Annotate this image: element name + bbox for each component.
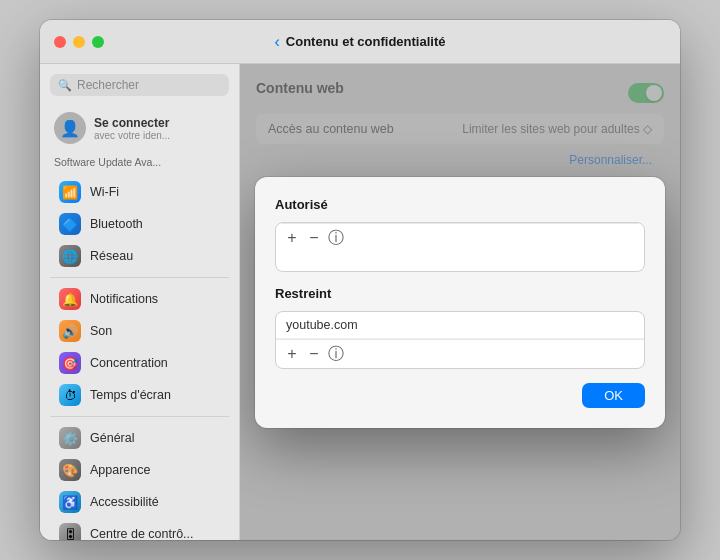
main-window: ‹ Contenu et confidentialité 🔍 Recherche… [40, 20, 680, 540]
search-placeholder: Rechercher [77, 78, 221, 92]
restricted-add-button[interactable]: + [282, 344, 302, 364]
sidebar-label-bluetooth: Bluetooth [90, 217, 143, 231]
autorised-add-button[interactable]: + [282, 228, 302, 248]
sidebar-label-centre-controle: Centre de contrô... [90, 527, 194, 540]
minimize-button[interactable] [73, 36, 85, 48]
sidebar-label-wifi: Wi-Fi [90, 185, 119, 199]
autorised-info-button[interactable]: ⓘ [326, 228, 346, 248]
page-title: Contenu et confidentialité [286, 34, 446, 49]
ok-button[interactable]: OK [582, 383, 645, 408]
sidebar-label-notifications: Notifications [90, 292, 158, 306]
sidebar-label-temps-ecran: Temps d'écran [90, 388, 171, 402]
autorised-controls: + − ⓘ [276, 223, 644, 252]
sidebar-item-bluetooth[interactable]: 🔷 Bluetooth [45, 208, 234, 240]
sidebar-label-son: Son [90, 324, 112, 338]
sidebar-label-apparence: Apparence [90, 463, 150, 477]
restricted-item-youtube[interactable]: youtube.com [276, 312, 644, 339]
sidebar-label-accessibilite: Accessibilité [90, 495, 159, 509]
modal-dialog: Autorisé + − ⓘ Restreint youtube.com + [255, 177, 665, 428]
sidebar-divider-2 [50, 416, 229, 417]
modal-overlay: Autorisé + − ⓘ Restreint youtube.com + [240, 64, 680, 540]
restricted-title: Restreint [275, 286, 645, 301]
sidebar-item-temps-ecran[interactable]: ⏱ Temps d'écran [45, 379, 234, 411]
notifications-icon: 🔔 [59, 288, 81, 310]
restricted-info-button[interactable]: ⓘ [326, 344, 346, 364]
concentration-icon: 🎯 [59, 352, 81, 374]
sidebar-item-son[interactable]: 🔊 Son [45, 315, 234, 347]
search-icon: 🔍 [58, 79, 72, 92]
maximize-button[interactable] [92, 36, 104, 48]
avatar: 👤 [54, 112, 86, 144]
temps-ecran-icon: ⏱ [59, 384, 81, 406]
restricted-controls: + − ⓘ [276, 339, 644, 368]
window-body: 🔍 Rechercher 👤 Se connecter avec votre i… [40, 64, 680, 540]
sidebar-item-accessibilite[interactable]: ♿ Accessibilité [45, 486, 234, 518]
autorised-title: Autorisé [275, 197, 645, 212]
profile-name: Se connecter [94, 116, 170, 130]
sidebar-item-general[interactable]: ⚙️ Général [45, 422, 234, 454]
title-bar-content: ‹ Contenu et confidentialité [275, 33, 446, 51]
update-notice: Software Update Ava... [40, 154, 239, 176]
close-button[interactable] [54, 36, 66, 48]
sidebar-item-centre-controle[interactable]: 🎛 Centre de contrô... [45, 518, 234, 540]
modal-bottom: OK [275, 383, 645, 408]
wifi-icon: 📶 [59, 181, 81, 203]
profile-text: Se connecter avec votre iden... [94, 116, 170, 141]
sidebar-item-wifi[interactable]: 📶 Wi-Fi [45, 176, 234, 208]
apparence-icon: 🎨 [59, 459, 81, 481]
sidebar-item-reseau[interactable]: 🌐 Réseau [45, 240, 234, 272]
reseau-icon: 🌐 [59, 245, 81, 267]
title-bar: ‹ Contenu et confidentialité [40, 20, 680, 64]
sidebar-item-notifications[interactable]: 🔔 Notifications [45, 283, 234, 315]
sidebar-label-general: Général [90, 431, 134, 445]
back-button[interactable]: ‹ [275, 33, 280, 51]
centre-controle-icon: 🎛 [59, 523, 81, 540]
search-bar[interactable]: 🔍 Rechercher [50, 74, 229, 96]
sidebar-item-concentration[interactable]: 🎯 Concentration [45, 347, 234, 379]
sidebar-label-reseau: Réseau [90, 249, 133, 263]
general-icon: ⚙️ [59, 427, 81, 449]
bluetooth-icon: 🔷 [59, 213, 81, 235]
autorised-list: + − ⓘ [275, 222, 645, 272]
sidebar-divider-1 [50, 277, 229, 278]
restricted-remove-button[interactable]: − [304, 344, 324, 364]
autorised-remove-button[interactable]: − [304, 228, 324, 248]
sidebar-label-concentration: Concentration [90, 356, 168, 370]
content-area: Contenu web Accès au contenu web Limiter… [240, 64, 680, 540]
son-icon: 🔊 [59, 320, 81, 342]
sidebar-item-apparence[interactable]: 🎨 Apparence [45, 454, 234, 486]
accessibilite-icon: ♿ [59, 491, 81, 513]
sidebar: 🔍 Rechercher 👤 Se connecter avec votre i… [40, 64, 240, 540]
profile-subtitle: avec votre iden... [94, 130, 170, 141]
restricted-list: youtube.com + − ⓘ [275, 311, 645, 369]
traffic-lights [54, 36, 104, 48]
sidebar-profile[interactable]: 👤 Se connecter avec votre iden... [40, 106, 239, 150]
